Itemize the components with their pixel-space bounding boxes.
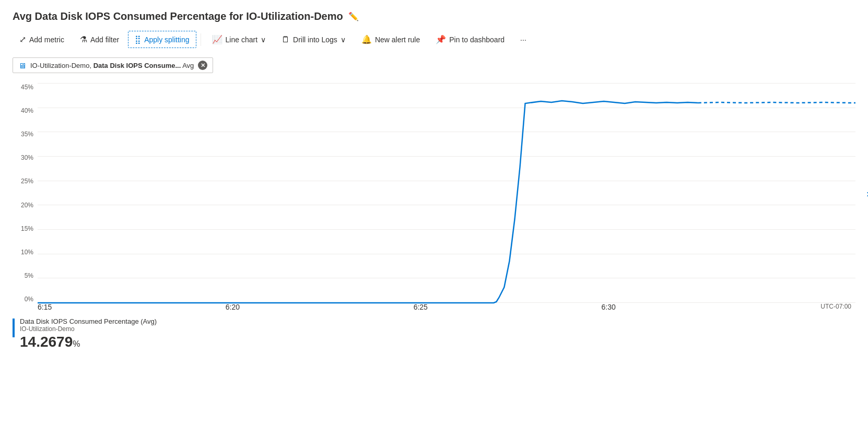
y-label-35: 35% [13,131,33,138]
apply-splitting-button[interactable]: ⣿ Apply splitting [128,31,196,48]
chart-svg [38,84,855,303]
chart-plot: › [38,84,855,303]
legend-subtitle: IO-Utilization-Demo [20,325,157,333]
edit-icon[interactable]: ✏️ [348,11,359,21]
y-label-15: 15% [13,225,33,232]
chart-line-solid [38,101,698,303]
utc-label: UTC-07:00 [820,303,851,310]
drill-logs-chevron-icon: ∨ [341,36,346,44]
line-chart-button[interactable]: 📈 Line chart ∨ [205,31,273,48]
toolbar: ⤢ Add metric ⚗ Add filter ⣿ Apply splitt… [13,31,855,48]
drill-logs-icon: 🗒 [281,35,290,44]
metric-tag-close-button[interactable]: ✕ [198,61,207,70]
pin-icon: 📌 [436,34,446,44]
chart-line-dotted [698,102,855,103]
drill-into-logs-button[interactable]: 🗒 Drill into Logs ∨ [275,31,353,48]
y-label-25: 25% [13,178,33,185]
y-label-20: 20% [13,202,33,209]
metric-tag-text: IO-Utilization-Demo, Data Disk IOPS Cons… [30,62,194,69]
line-chart-icon: 📈 [212,34,222,44]
toolbar-separator-1 [201,33,201,46]
x-label-625: 6:25 [414,303,428,311]
y-label-10: 10% [13,249,33,256]
x-axis: 6:15 6:20 6:25 6:30 UTC-07:00 [38,303,855,311]
y-label-0: 0% [13,296,33,303]
page-title: Avg Data Disk IOPS Consumed Percentage f… [13,10,343,22]
vm-icon: 🖥 [18,61,26,70]
x-axis-labels: 6:15 6:20 6:25 6:30 [38,303,820,311]
add-metric-button[interactable]: ⤢ Add metric [13,31,71,48]
chart-area: 0% 5% 10% 15% 20% 25% 30% 35% 40% 45% [13,84,855,303]
x-label-620: 6:20 [226,303,240,311]
legend-color-bar [13,319,15,337]
y-label-30: 30% [13,154,33,161]
pin-to-dashboard-button[interactable]: 📌 Pin to dashboard [429,31,511,48]
legend-value: 14.2679% [20,334,157,350]
title-row: Avg Data Disk IOPS Consumed Percentage f… [13,10,855,22]
legend-item: Data Disk IOPS Consumed Percentage (Avg)… [13,317,855,350]
legend-info: Data Disk IOPS Consumed Percentage (Avg)… [20,317,157,350]
add-filter-button[interactable]: ⚗ Add filter [73,31,126,48]
apply-splitting-icon: ⣿ [135,34,141,44]
y-label-5: 5% [13,272,33,279]
line-chart-chevron-icon: ∨ [261,36,266,44]
metric-tag: 🖥 IO-Utilization-Demo, Data Disk IOPS Co… [13,57,213,73]
y-label-45: 45% [13,84,33,91]
x-label-630: 6:30 [601,303,615,311]
page-container: Avg Data Disk IOPS Consumed Percentage f… [0,0,868,359]
alert-rule-icon: 🔔 [361,34,372,44]
y-axis: 0% 5% 10% 15% 20% 25% 30% 35% 40% 45% [13,84,38,303]
new-alert-rule-button[interactable]: 🔔 New alert rule [355,31,427,48]
x-label-615: 6:15 [38,303,52,311]
add-filter-icon: ⚗ [80,34,87,44]
y-label-40: 40% [13,107,33,114]
add-metric-icon: ⤢ [19,34,26,44]
more-options-button[interactable]: ··· [513,32,533,48]
legend-title: Data Disk IOPS Consumed Percentage (Avg) [20,317,157,325]
legend-area: Data Disk IOPS Consumed Percentage (Avg)… [13,317,855,350]
